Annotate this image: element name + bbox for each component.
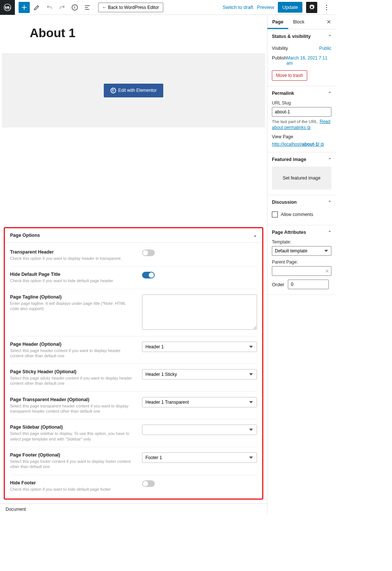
page-header-select[interactable]: Header 1 <box>142 342 257 352</box>
clear-icon[interactable]: ✕ <box>325 268 329 274</box>
update-button[interactable]: Update <box>278 2 302 13</box>
visibility-label: Visibility <box>272 46 288 51</box>
url-slug-label: URL Slug <box>272 100 331 106</box>
transparent-header-toggle[interactable] <box>142 249 155 256</box>
featured-image-header[interactable]: Featured image⌃ <box>267 152 336 167</box>
move-to-trash-button[interactable]: Move to trash <box>272 70 307 81</box>
outline-button[interactable] <box>82 2 93 13</box>
settings-button[interactable] <box>306 2 317 13</box>
sidebar-label: Page Sidebar (Optional) <box>10 425 135 430</box>
top-toolbar: ← Back to WordPress Editor Switch to dra… <box>0 0 336 15</box>
tagline-textarea[interactable] <box>142 294 257 330</box>
allow-comments-label: Allow comments <box>281 212 313 217</box>
page-attributes-header[interactable]: Page Attributes⌃ <box>267 225 336 239</box>
footer-label: Page Footer (Optional) <box>10 452 135 458</box>
order-label: Order <box>272 282 284 287</box>
chevron-up-icon: ⌃ <box>328 157 331 162</box>
view-page-label: View Page <box>272 134 331 139</box>
sidebar-select[interactable] <box>142 425 257 435</box>
transparent-header-label: Transparent Header <box>10 249 135 255</box>
sticky-header-select[interactable]: Header 1 Sticky <box>142 369 257 380</box>
edit-with-elementor-button[interactable]: E Edit with Elementor <box>104 84 163 97</box>
page-header-label: Page Header (Optional) <box>10 342 135 347</box>
visibility-value[interactable]: Public <box>319 46 331 51</box>
page-options-title: Page Options <box>10 233 40 238</box>
more-options-button[interactable] <box>321 2 332 13</box>
status-section-header[interactable]: Status & visibility⌃ <box>267 29 336 43</box>
parent-page-input[interactable] <box>272 266 331 276</box>
elementor-placeholder: E Edit with Elementor <box>2 53 265 128</box>
page-options-panel: Page Options ▲ Transparent HeaderCheck t… <box>4 227 263 500</box>
transparent-hdr-label: Page Transparent Header (Optional) <box>10 397 135 402</box>
allow-comments-checkbox[interactable] <box>272 212 278 217</box>
close-sidebar-button[interactable]: ✕ <box>322 15 336 29</box>
publish-value[interactable]: March 16, 2021 7:11 am <box>286 55 331 66</box>
add-block-button[interactable] <box>19 2 30 13</box>
hide-title-toggle[interactable] <box>142 272 155 278</box>
publish-label: Publish <box>272 55 286 66</box>
discussion-header[interactable]: Discussion⌃ <box>267 195 336 209</box>
back-to-wp-button[interactable]: ← Back to WordPress Editor <box>98 3 163 12</box>
template-label: Template: <box>272 239 331 245</box>
permalink-url[interactable]: http://localhost/about-1/ ⧉ <box>272 142 324 147</box>
url-slug-input[interactable] <box>272 107 331 117</box>
svg-point-2 <box>326 4 327 5</box>
svg-point-3 <box>326 7 327 8</box>
switch-to-draft-button[interactable]: Switch to draft <box>222 4 253 10</box>
order-input[interactable] <box>288 280 329 289</box>
chevron-up-icon: ⌃ <box>328 91 331 96</box>
parent-page-label: Parent Page: <box>272 259 331 265</box>
elementor-icon: E <box>110 88 116 93</box>
preview-button[interactable]: Preview <box>257 4 274 10</box>
transparent-hdr-select[interactable]: Header 1 Transparent <box>142 397 257 407</box>
settings-sidebar: Page Block ✕ Status & visibility⌃ Visibi… <box>267 15 336 515</box>
set-featured-image-button[interactable]: Set featured image <box>272 167 331 190</box>
permalink-section-header[interactable]: Permalink⌃ <box>267 86 336 100</box>
hide-footer-toggle[interactable] <box>142 480 155 487</box>
tab-page[interactable]: Page <box>267 15 288 29</box>
elementor-btn-label: Edit with Elementor <box>118 88 157 93</box>
undo-button[interactable] <box>44 2 55 13</box>
page-options-header[interactable]: Page Options ▲ <box>5 228 262 243</box>
edit-mode-button[interactable] <box>31 2 42 13</box>
page-title[interactable]: About 1 <box>30 26 237 40</box>
redo-button[interactable] <box>57 2 68 13</box>
hide-title-label: Hide Default Page Title <box>10 272 135 277</box>
footer-breadcrumb[interactable]: Document <box>0 503 267 515</box>
footer-select[interactable]: Footer 1 <box>142 452 257 463</box>
info-button[interactable] <box>69 2 80 13</box>
hide-footer-label: Hide Footer <box>10 480 135 485</box>
tab-block[interactable]: Block <box>288 15 309 29</box>
chevron-up-icon: ⌃ <box>328 200 331 205</box>
chevron-up-icon: ⌃ <box>328 230 331 235</box>
tagline-label: Page Tagline (Optional) <box>10 294 135 300</box>
sticky-header-label: Page Sticky Header (Optional) <box>10 369 135 374</box>
svg-point-4 <box>326 9 327 10</box>
collapse-icon: ▲ <box>253 233 257 238</box>
chevron-up-icon: ⌃ <box>328 34 331 39</box>
template-select[interactable]: Default template <box>272 246 331 256</box>
wordpress-logo[interactable] <box>0 0 15 15</box>
editor-main: About 1 E Edit with Elementor Page Optio… <box>0 15 267 515</box>
